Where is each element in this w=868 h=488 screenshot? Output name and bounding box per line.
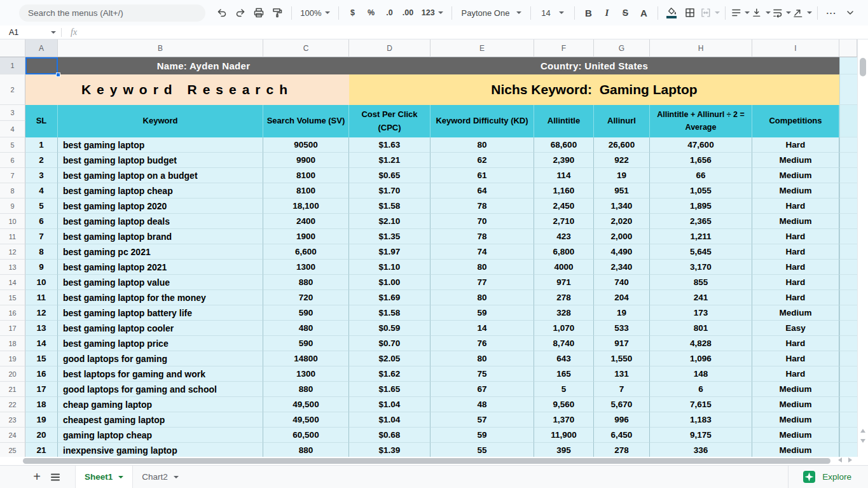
cell-sl[interactable]: 4 (25, 183, 58, 199)
cell-sl[interactable]: 20 (25, 428, 58, 443)
cell-average[interactable]: 801 (650, 321, 752, 336)
niche-keyword-title-cell[interactable]: Nichs Keyword: Gaming Laptop (349, 74, 839, 105)
number-format-button[interactable]: 123 (418, 4, 446, 22)
column-header-g[interactable]: G (594, 39, 650, 57)
cell-keyword[interactable]: best gaming laptop value (58, 275, 263, 290)
cell-cpc[interactable]: $1.58 (349, 305, 431, 321)
cell-cpc[interactable]: $1.04 (349, 397, 431, 412)
row-number[interactable]: 6 (0, 153, 25, 168)
empty-cell[interactable] (839, 290, 857, 305)
cell-allinurl[interactable]: 740 (594, 275, 650, 290)
row-number[interactable]: 8 (0, 183, 25, 199)
empty-cell[interactable] (839, 412, 857, 428)
empty-cell[interactable] (839, 382, 857, 397)
cell-competition[interactable]: Medium (752, 183, 839, 199)
cell-cpc[interactable]: $1.21 (349, 153, 431, 168)
cell-allintitle[interactable]: 114 (534, 168, 594, 183)
empty-cell[interactable] (839, 244, 857, 260)
cell-kd[interactable]: 55 (431, 443, 534, 457)
row-number[interactable]: 12 (0, 244, 25, 260)
cell-allintitle[interactable]: 5 (534, 382, 594, 397)
cell-competition[interactable]: Hard (752, 275, 839, 290)
cell-kd[interactable]: 80 (431, 290, 534, 305)
header-allintitle[interactable]: Allintitle (534, 105, 594, 137)
cell-competition[interactable]: Hard (752, 137, 839, 153)
redo-button[interactable] (232, 4, 249, 22)
empty-cell[interactable] (839, 397, 857, 412)
empty-cell[interactable] (839, 366, 857, 382)
cell-allintitle[interactable]: 68,600 (534, 137, 594, 153)
cell-sv[interactable]: 880 (263, 382, 349, 397)
cell-keyword[interactable]: best gaming laptop budget (58, 153, 263, 168)
cell-kd[interactable]: 64 (431, 183, 534, 199)
empty-cell[interactable] (839, 336, 857, 351)
empty-cell[interactable] (839, 428, 857, 443)
cell-kd[interactable]: 67 (431, 382, 534, 397)
cell-sl[interactable]: 14 (25, 336, 58, 351)
cell-allintitle[interactable]: 971 (534, 275, 594, 290)
cell-sl[interactable]: 9 (25, 260, 58, 275)
column-header-h[interactable]: H (650, 39, 752, 57)
cell-sl[interactable]: 7 (25, 229, 58, 244)
cell-allintitle[interactable]: 1,370 (534, 412, 594, 428)
cell-allinurl[interactable]: 131 (594, 366, 650, 382)
increase-decimal-button[interactable]: .00 (399, 4, 417, 22)
row-number[interactable]: 10 (0, 214, 25, 229)
cell-kd[interactable]: 59 (431, 305, 534, 321)
cell-cpc[interactable]: $1.65 (349, 382, 431, 397)
cell-keyword[interactable]: inexpensive gaming laptop (58, 443, 263, 457)
cell-allinurl[interactable]: 917 (594, 336, 650, 351)
header-cpc[interactable]: Cost Per Click (CPC) (349, 105, 431, 137)
cell-keyword[interactable]: best gaming pc 2021 (58, 244, 263, 260)
row-number[interactable]: 22 (0, 397, 25, 412)
menu-search-box[interactable] (19, 4, 205, 22)
add-sheet-button[interactable]: + (28, 470, 46, 484)
cell-allintitle[interactable]: 278 (534, 290, 594, 305)
cell-average[interactable]: 173 (650, 305, 752, 321)
row-number[interactable]: 20 (0, 366, 25, 382)
cell-kd[interactable]: 75 (431, 366, 534, 382)
cell-sv[interactable]: 1300 (263, 260, 349, 275)
fill-color-button[interactable] (663, 4, 680, 22)
cell-average[interactable]: 9,175 (650, 428, 752, 443)
text-rotation-button[interactable] (792, 4, 812, 22)
cell-keyword[interactable]: best gaming laptop cheap (58, 183, 263, 199)
cell-competition[interactable]: Medium (752, 412, 839, 428)
cell-kd[interactable]: 78 (431, 229, 534, 244)
undo-button[interactable] (214, 4, 231, 22)
cell-keyword[interactable]: best gaming laptop battery life (58, 305, 263, 321)
cell-keyword[interactable]: best gaming laptop 2021 (58, 260, 263, 275)
cell-allinurl[interactable]: 19 (594, 305, 650, 321)
cell-sv[interactable]: 6,600 (263, 244, 349, 260)
header-average[interactable]: Allintitle + Allinurl ÷ 2 = Average (650, 105, 752, 137)
cell-sv[interactable]: 2400 (263, 214, 349, 229)
cell-sl[interactable]: 12 (25, 305, 58, 321)
column-header-c[interactable]: C (263, 39, 349, 57)
cell-kd[interactable]: 78 (431, 199, 534, 214)
cell-cpc[interactable]: $1.69 (349, 290, 431, 305)
row-number[interactable]: 13 (0, 260, 25, 275)
horizontal-scrollbar-thumb[interactable] (23, 458, 830, 464)
empty-cell[interactable] (839, 214, 857, 229)
cell-competition[interactable]: Hard (752, 336, 839, 351)
cell-competition[interactable]: Medium (752, 168, 839, 183)
cell-average[interactable]: 7,615 (650, 397, 752, 412)
cell-allintitle[interactable]: 1,160 (534, 183, 594, 199)
cell-average[interactable]: 2,365 (650, 214, 752, 229)
cell-allintitle[interactable]: 423 (534, 229, 594, 244)
cell-keyword[interactable]: best gaming laptop cooler (58, 321, 263, 336)
cell-kd[interactable]: 70 (431, 214, 534, 229)
horizontal-scrollbar[interactable] (0, 457, 857, 465)
zoom-select[interactable]: 100% (297, 4, 333, 22)
cell-competition[interactable]: Medium (752, 305, 839, 321)
cell-allintitle[interactable]: 395 (534, 443, 594, 457)
cell-sv[interactable]: 720 (263, 290, 349, 305)
select-all-corner[interactable] (0, 39, 25, 57)
cell-sl[interactable]: 21 (25, 443, 58, 457)
cell-sv[interactable]: 49,500 (263, 412, 349, 428)
row-number[interactable]: 14 (0, 275, 25, 290)
cell-allinurl[interactable]: 4,490 (594, 244, 650, 260)
font-size-select[interactable]: 14 (536, 4, 569, 22)
header-kd[interactable]: Keyword Difficulty (KD) (431, 105, 534, 137)
cell-competition[interactable]: Medium (752, 382, 839, 397)
